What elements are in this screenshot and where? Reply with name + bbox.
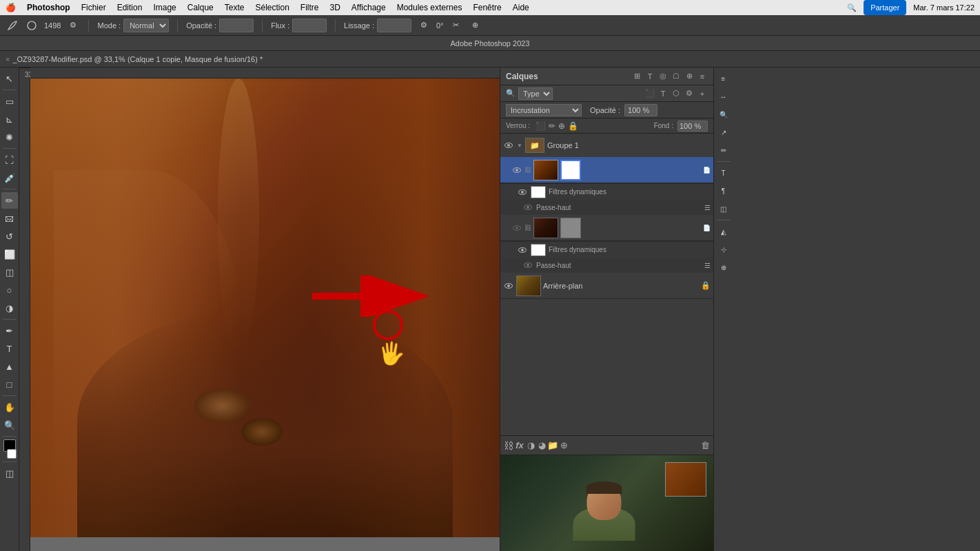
adjustment-btn[interactable]: ◕ xyxy=(536,440,547,451)
history-brush-tool[interactable]: ↺ xyxy=(1,228,18,245)
canvas-area[interactable]: 🖐 33,07 % | Doc : 260,0 Mo/953,4 Mo ▶ xyxy=(19,67,500,551)
new-layer-btn[interactable]: ⊕ xyxy=(558,440,569,451)
tool-icon-brush[interactable] xyxy=(6,19,19,32)
tool-preset-icon[interactable] xyxy=(25,19,39,32)
lissage-input[interactable]: 0 % xyxy=(377,19,411,32)
menu-fenetre[interactable]: Fenêtre xyxy=(473,3,501,12)
right-icon-11[interactable]: ⊕ xyxy=(715,259,732,276)
type-tool[interactable]: T xyxy=(1,340,18,357)
layer-icon-5[interactable]: ⊕ xyxy=(684,71,695,82)
extra-tool-1[interactable]: ✂ xyxy=(449,19,463,32)
right-icon-4[interactable]: ↗ xyxy=(715,124,732,141)
menu-edition[interactable]: Edition xyxy=(117,3,143,12)
filter-smart-icon[interactable]: ⚙ xyxy=(684,88,695,99)
vis-arriereplan[interactable] xyxy=(503,280,514,291)
document-tab[interactable]: × _OZ93287-Modifier.psd @ 33,1% (Calque … xyxy=(0,51,980,67)
menu-3d[interactable]: 3D xyxy=(330,3,340,12)
menu-aide[interactable]: Aide xyxy=(513,3,529,12)
app-name[interactable]: Photoshop xyxy=(27,3,70,12)
vis-filter1[interactable] xyxy=(517,187,528,198)
layer-icon-1[interactable]: ⊞ xyxy=(631,71,642,82)
layer-icon-4[interactable]: ☖ xyxy=(671,71,682,82)
group-btn[interactable]: 📁 xyxy=(547,440,558,451)
lock-position-icon[interactable]: ✏ xyxy=(549,121,555,131)
vis-calque1[interactable] xyxy=(511,222,522,233)
vis-filter2[interactable] xyxy=(517,245,528,256)
quick-mask-tool[interactable]: ◫ xyxy=(1,465,18,481)
eraser-tool[interactable]: ⬜ xyxy=(1,246,18,262)
delete-layer-btn[interactable]: 🗑 xyxy=(700,440,711,451)
menu-modules[interactable]: Modules externes xyxy=(397,3,462,12)
right-icon-9[interactable]: ◭ xyxy=(715,223,732,240)
brush-tool[interactable]: ✏ xyxy=(1,192,18,209)
crop-tool[interactable]: ⛶ xyxy=(1,152,18,168)
filter-text-icon[interactable]: T xyxy=(657,88,668,99)
rectangle-select-tool[interactable]: ▭ xyxy=(1,93,18,110)
menu-image[interactable]: Image xyxy=(153,3,176,12)
right-icon-6[interactable]: T xyxy=(715,165,732,181)
menu-fichier[interactable]: Fichier xyxy=(81,3,106,12)
right-icon-2[interactable]: ↔ xyxy=(715,88,732,105)
mode-select[interactable]: Normal xyxy=(123,19,169,32)
dodge-tool[interactable]: ◑ xyxy=(1,300,18,316)
hand-tool[interactable]: ✋ xyxy=(1,399,18,415)
link-layers-btn[interactable]: ⛓ xyxy=(503,440,514,451)
flux-input[interactable]: 44 % xyxy=(292,19,327,32)
path-selection-tool[interactable]: ▲ xyxy=(1,358,18,375)
lasso-tool[interactable]: ⊾ xyxy=(1,111,18,127)
layer-icon-2[interactable]: T xyxy=(644,71,655,82)
right-icon-8[interactable]: ◫ xyxy=(715,200,732,217)
menu-filtre[interactable]: Filtre xyxy=(300,3,319,12)
settings-icon[interactable]: ⚙ xyxy=(417,19,431,32)
share-button[interactable]: Partager xyxy=(864,0,906,15)
group-layer-groupe1[interactable]: ▼ 📁 Groupe 1 xyxy=(500,134,713,157)
vis-passehaut1[interactable] xyxy=(522,202,533,213)
eyedropper-tool[interactable]: 💉 xyxy=(1,169,18,186)
opacity-value-input[interactable] xyxy=(624,104,657,116)
layer-calque1[interactable]: ⛓ 📄 xyxy=(500,215,713,241)
search-icon-menu[interactable]: 🔍 xyxy=(847,3,857,12)
extra-tool-2[interactable]: ⊕ xyxy=(469,19,482,32)
expand-arrow-groupe1[interactable]: ▼ xyxy=(517,143,522,149)
right-icon-5[interactable]: ✏ xyxy=(715,142,732,158)
gradient-tool[interactable]: ◫ xyxy=(1,264,18,280)
zoom-tool[interactable]: 🔍 xyxy=(1,417,18,433)
right-icon-3[interactable]: 🔍 xyxy=(715,106,732,123)
fx-btn[interactable]: fx xyxy=(514,440,525,451)
type-filter-select[interactable]: Type xyxy=(518,87,553,100)
lock-artboard-icon[interactable]: ⊕ xyxy=(558,121,565,131)
opacity-input[interactable]: 100 % xyxy=(219,19,254,32)
vis-groupe1[interactable] xyxy=(503,140,514,151)
lock-pixels-icon[interactable]: ⬛ xyxy=(535,121,546,131)
apple-menu[interactable]: 🍎 xyxy=(6,3,16,12)
canvas-viewport[interactable]: 🖐 xyxy=(30,79,500,537)
doc-close[interactable]: × xyxy=(6,55,10,63)
pen-tool[interactable]: ✒ xyxy=(1,322,18,339)
blur-tool[interactable]: ○ xyxy=(1,282,18,298)
lock-all-icon[interactable]: 🔒 xyxy=(568,121,578,131)
mask-btn[interactable]: ◑ xyxy=(525,440,536,451)
passehaut2-options[interactable]: ☰ xyxy=(704,262,711,269)
menu-calque[interactable]: Calque xyxy=(187,3,214,12)
fill-value-input[interactable] xyxy=(677,121,708,132)
layer-calque1copie[interactable]: ⛓ 📄 xyxy=(500,157,713,183)
vis-passehaut2[interactable] xyxy=(522,260,533,271)
filter-more-icon[interactable]: + xyxy=(697,88,708,99)
layer-panel-menu[interactable]: ≡ xyxy=(697,71,708,82)
right-icon-10[interactable]: ⊹ xyxy=(715,241,732,258)
quick-select-tool[interactable]: ✺ xyxy=(1,129,18,145)
move-tool[interactable]: ↖ xyxy=(1,70,18,87)
menu-selection[interactable]: Sélection xyxy=(255,3,289,12)
clone-stamp-tool[interactable]: 🖂 xyxy=(1,210,18,227)
background-color[interactable] xyxy=(7,449,17,459)
passehaut1-options[interactable]: ☰ xyxy=(704,204,711,211)
menu-affichage[interactable]: Affichage xyxy=(351,3,386,12)
brush-options-icon[interactable]: ⚙ xyxy=(66,19,80,32)
layer-arriereplan[interactable]: Arrière-plan 🔒 xyxy=(500,273,713,299)
filter-pixel-icon[interactable]: ⬛ xyxy=(644,88,655,99)
right-icon-7[interactable]: ¶ xyxy=(715,183,732,199)
blend-mode-select[interactable]: Incrustation xyxy=(506,104,582,116)
vis-calque1copie[interactable] xyxy=(511,165,522,176)
layer-icon-3[interactable]: ◎ xyxy=(657,71,668,82)
right-icon-1[interactable]: ≡ xyxy=(715,70,732,87)
